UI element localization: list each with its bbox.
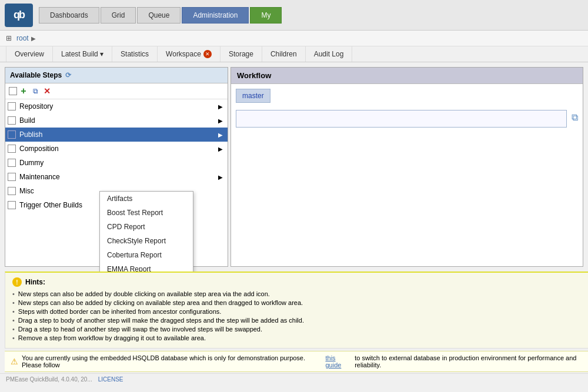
refresh-icon: ⟳: [65, 71, 71, 79]
menu-item-maintenance[interactable]: Maintenance ▶: [5, 170, 228, 184]
hint-text-1: New steps can also be added by double cl…: [18, 290, 270, 297]
hint-text-2: New steps can also be added by clicking …: [18, 299, 303, 306]
hint-item-6: • Remove a step from workflow by draggin…: [12, 334, 585, 341]
sub-tab-children[interactable]: Children: [262, 46, 306, 62]
hint-item-2: • New steps can also be added by clickin…: [12, 299, 585, 306]
bullet-5: •: [12, 326, 15, 333]
workflow-input[interactable]: [236, 110, 567, 128]
nav-tab-administration[interactable]: Administration: [182, 7, 249, 24]
sub-tab-overview[interactable]: Overview: [6, 46, 53, 62]
hints-area: ! Hints: • New steps can also be added b…: [5, 272, 588, 349]
submenu-emma-report[interactable]: EMMA Report: [100, 262, 193, 272]
hint-item-1: • New steps can also be added by double …: [12, 290, 585, 297]
publish-arrow: ▶: [218, 132, 223, 138]
app-logo: qb: [5, 4, 33, 27]
hint-text-4: Drag a step to body of another step will…: [18, 317, 304, 324]
available-steps-title: Available Steps: [10, 71, 62, 79]
panels-row: Available Steps ⟳ + ⧉ ✕ Repository ▶ Bui…: [0, 62, 588, 272]
hints-title: Hints:: [25, 278, 45, 286]
sub-tab-statistics[interactable]: Statistics: [112, 46, 158, 62]
footer-text: PMEase QuickBuild, 4.0.40, 20...: [6, 376, 92, 383]
hint-text-6: Remove a step from workflow by dragging …: [18, 334, 206, 341]
bullet-2: •: [12, 299, 15, 306]
hint-item-5: • Drag a step to head of another step wi…: [12, 326, 585, 333]
dummy-checkbox[interactable]: [8, 159, 16, 167]
hint-text-5: Drag a step to head of another step will…: [18, 326, 262, 333]
bullet-1: •: [12, 290, 15, 297]
bullet-3: •: [12, 308, 15, 315]
remove-step-button[interactable]: ✕: [42, 86, 52, 96]
trigger-checkbox[interactable]: [8, 201, 16, 209]
menu-item-publish[interactable]: Publish ▶: [5, 128, 228, 142]
workspace-icon: ✕: [203, 50, 212, 58]
nav-tab-dashboards[interactable]: Dashboards: [39, 7, 99, 24]
nav-tabs: Dashboards Grid Queue Administration My: [39, 7, 282, 24]
sub-tab-latest-build[interactable]: Latest Build ▾: [53, 46, 112, 62]
footer-license-link[interactable]: LICENSE: [98, 376, 123, 383]
warning-link[interactable]: this guide: [325, 354, 351, 368]
misc-checkbox[interactable]: [8, 187, 16, 195]
build-checkbox[interactable]: [8, 116, 16, 125]
nav-tab-queue[interactable]: Queue: [137, 7, 181, 24]
menu-item-build[interactable]: Build ▶: [5, 113, 228, 128]
left-panel: Available Steps ⟳ + ⧉ ✕ Repository ▶ Bui…: [5, 67, 228, 267]
breadcrumb-root[interactable]: root: [16, 34, 29, 42]
steps-toolbar: + ⧉ ✕: [5, 83, 228, 99]
hints-icon: !: [12, 277, 22, 287]
sub-tab-workspace[interactable]: Workspace ✕: [158, 46, 220, 62]
repository-checkbox[interactable]: [8, 102, 16, 110]
home-icon: ⊞: [6, 34, 12, 42]
right-panel: Workflow master ⧉: [230, 67, 583, 267]
nav-tab-grid[interactable]: Grid: [101, 7, 136, 24]
composition-arrow: ▶: [218, 146, 223, 152]
repository-label: Repository: [19, 102, 218, 110]
submenu-artifacts[interactable]: Artifacts: [100, 192, 193, 206]
workflow-area: master ⧉: [231, 84, 583, 266]
maintenance-label: Maintenance: [19, 173, 218, 181]
repository-arrow: ▶: [218, 103, 223, 110]
bullet-4: •: [12, 317, 15, 324]
warning-text-after: to switch to external database in produc…: [355, 354, 587, 368]
menu-item-dummy[interactable]: Dummy: [5, 156, 228, 170]
hint-text-3: Steps with dotted border can be inherite…: [18, 308, 221, 315]
workflow-header: Workflow: [231, 68, 583, 84]
copy-step-button[interactable]: ⧉: [30, 86, 41, 96]
warning-bar: ⚠ You are currently using the embedded H…: [5, 351, 588, 372]
hint-item-3: • Steps with dotted border can be inheri…: [12, 308, 585, 315]
select-all-checkbox[interactable]: [9, 87, 17, 95]
maintenance-checkbox[interactable]: [8, 173, 16, 181]
menu-item-composition[interactable]: Composition ▶: [5, 142, 228, 156]
maintenance-arrow: ▶: [218, 174, 223, 180]
submenu-cpd-report[interactable]: CPD Report: [100, 220, 193, 234]
sub-tab-audit-log[interactable]: Audit Log: [306, 46, 353, 62]
footer: PMEase QuickBuild, 4.0.40, 20... LICENSE: [0, 373, 588, 385]
workflow-copy-icon[interactable]: ⧉: [572, 112, 578, 123]
menu-item-repository[interactable]: Repository ▶: [5, 99, 228, 113]
breadcrumb: ⊞ root ▶: [0, 31, 588, 46]
dummy-label: Dummy: [19, 159, 223, 167]
publish-submenu: Artifacts Boost Test Report CPD Report C…: [99, 191, 193, 272]
submenu-cobertura-report[interactable]: Cobertura Report: [100, 248, 193, 262]
nav-tab-my[interactable]: My: [250, 7, 282, 24]
workflow-master-link[interactable]: master: [236, 89, 270, 103]
content-wrapper: Available Steps ⟳ + ⧉ ✕ Repository ▶ Bui…: [0, 62, 588, 385]
sub-tab-storage[interactable]: Storage: [220, 46, 262, 62]
hints-header: ! Hints:: [12, 277, 585, 287]
warning-icon: ⚠: [11, 357, 18, 366]
build-arrow: ▶: [218, 118, 223, 124]
submenu-checkstyle-report[interactable]: CheckStyle Report: [100, 234, 193, 248]
build-label: Build: [19, 116, 218, 125]
top-nav-bar: qb Dashboards Grid Queue Administration …: [0, 0, 588, 31]
composition-label: Composition: [19, 145, 218, 153]
add-step-button[interactable]: +: [18, 86, 29, 96]
available-steps-header: Available Steps ⟳: [5, 68, 228, 83]
workflow-title: Workflow: [237, 71, 271, 80]
bullet-6: •: [12, 334, 15, 341]
submenu-boost-test-report[interactable]: Boost Test Report: [100, 206, 193, 220]
breadcrumb-separator: ▶: [31, 35, 36, 42]
warning-text: You are currently using the embedded HSQ…: [22, 354, 322, 368]
publish-label: Publish: [19, 130, 218, 139]
hint-item-4: • Drag a step to body of another step wi…: [12, 317, 585, 324]
composition-checkbox[interactable]: [8, 145, 16, 153]
publish-checkbox[interactable]: [8, 130, 16, 139]
